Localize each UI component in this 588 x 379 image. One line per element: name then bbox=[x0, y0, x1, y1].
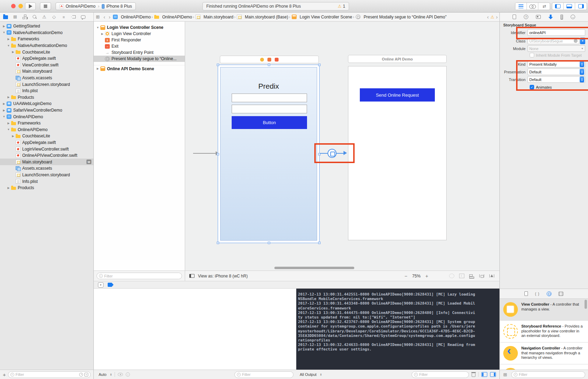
outline-filter-field[interactable]: ≡ Filter bbox=[97, 273, 182, 279]
zoom-out-button[interactable]: − bbox=[405, 273, 407, 279]
resolve-autolayout-button[interactable] bbox=[489, 274, 495, 278]
view-controller-dock-icon[interactable] bbox=[260, 58, 264, 62]
storyboard-row[interactable]: Main.storyboard bbox=[0, 68, 93, 75]
tab-project-navigator[interactable] bbox=[3, 14, 8, 19]
plist-row[interactable]: Info.plist bbox=[0, 178, 93, 185]
disclosure-triangle[interactable]: ▶ bbox=[7, 96, 10, 99]
scene-row[interactable]: ▶Online API Demo Scene bbox=[94, 65, 185, 71]
tab-symbol-navigator[interactable] bbox=[22, 14, 27, 19]
assets-row[interactable]: Assets.xcassets bbox=[0, 75, 93, 81]
recent-files-icon[interactable] bbox=[79, 373, 83, 377]
swift-row[interactable]: LoginViewController.swift bbox=[0, 146, 93, 152]
project-row[interactable]: ▶GettingStarted bbox=[0, 23, 93, 30]
variables-view[interactable] bbox=[94, 289, 296, 370]
toggle-navigator-button[interactable] bbox=[552, 3, 564, 10]
tab-attributes-inspector[interactable] bbox=[548, 15, 553, 19]
first-responder-dock-icon[interactable] bbox=[267, 58, 271, 62]
folder-row[interactable]: ▶Products bbox=[0, 185, 93, 191]
folder-row[interactable]: ▼OnlineAPIDemo bbox=[0, 127, 93, 133]
folder-row[interactable]: ▶Frameworks bbox=[0, 120, 93, 127]
disclosure-triangle[interactable]: ▼ bbox=[7, 128, 10, 131]
resize-handle[interactable] bbox=[217, 153, 219, 155]
related-items-icon[interactable]: ⊞ bbox=[96, 14, 100, 19]
library-scrollbar-thumb[interactable] bbox=[585, 300, 587, 309]
hide-debug-area-button[interactable]: ▾ bbox=[98, 282, 103, 288]
tab-identity-inspector[interactable] bbox=[536, 15, 541, 19]
exit-dock-icon[interactable] bbox=[275, 58, 279, 62]
tab-find-navigator[interactable] bbox=[32, 14, 37, 19]
transition-popup[interactable]: Default ▲▼ bbox=[528, 76, 585, 83]
resize-handle[interactable] bbox=[318, 242, 321, 244]
exit-row[interactable]: →Exit bbox=[94, 43, 185, 49]
toggle-debug-area-button[interactable] bbox=[564, 3, 575, 10]
online-scene-dock[interactable]: Online API Demo bbox=[348, 55, 447, 63]
run-button[interactable] bbox=[25, 2, 36, 10]
next-issue-button[interactable]: › bbox=[494, 14, 499, 20]
previous-issue-button[interactable]: ‹ bbox=[485, 14, 490, 20]
add-button[interactable]: + bbox=[3, 372, 6, 378]
tab-code-snippets-library[interactable]: { } bbox=[535, 292, 539, 296]
swift-row[interactable]: AppDelegate.swift bbox=[0, 139, 93, 146]
resize-handle[interactable] bbox=[268, 64, 270, 66]
login-view-controller[interactable]: Predix Button bbox=[218, 65, 320, 243]
animates-checkbox[interactable]: ✓ bbox=[530, 85, 534, 89]
project-row[interactable]: ▶SafariViewControllerDemo bbox=[0, 107, 93, 114]
tab-size-inspector[interactable] bbox=[561, 15, 563, 19]
breadcrumb-item[interactable]: Main.storyboard bbox=[195, 15, 233, 19]
resize-handle[interactable] bbox=[217, 64, 219, 66]
login-scene-dock[interactable] bbox=[220, 56, 319, 63]
class-combo-field[interactable]: UIStoryboardSegue → bbox=[528, 38, 579, 44]
disclosure-triangle[interactable]: ▶ bbox=[96, 67, 100, 70]
quicklook-eye-icon[interactable] bbox=[118, 373, 123, 376]
tab-file-inspector[interactable] bbox=[513, 15, 516, 19]
send-online-request-button[interactable]: Send Online Request bbox=[360, 88, 435, 102]
username-text-field[interactable] bbox=[232, 94, 307, 102]
breadcrumb-item[interactable]: Present Modally segue to “Online API Dem… bbox=[355, 15, 447, 19]
plist-row[interactable]: Info.plist bbox=[0, 88, 93, 94]
identifier-field[interactable]: onlineAPI bbox=[528, 29, 585, 36]
clear-console-button[interactable] bbox=[472, 373, 475, 377]
project-row[interactable]: ▼OnlineAPIDemo bbox=[0, 113, 93, 120]
segue-row[interactable]: Present Modally segue to “Online... bbox=[94, 56, 185, 62]
library-item[interactable]: Navigation Controller - A controller tha… bbox=[500, 342, 588, 364]
zoom-in-button[interactable]: + bbox=[425, 273, 428, 279]
tab-object-library[interactable] bbox=[547, 291, 552, 296]
folder-row[interactable]: ▼NativeAuthenticationDemo bbox=[0, 42, 93, 49]
tab-source-control-navigator[interactable]: ⊠ bbox=[13, 14, 18, 19]
project-row[interactable]: ▼NativeAuthenticationDemo bbox=[0, 30, 93, 36]
breadcrumb-item[interactable]: OnlineAPIDemo bbox=[112, 15, 151, 19]
disclosure-triangle[interactable]: ▶ bbox=[7, 186, 10, 190]
tab-test-navigator[interactable]: ◇ bbox=[51, 14, 57, 19]
login-root-view[interactable]: Predix Button bbox=[220, 67, 317, 241]
warning-count[interactable]: 1 bbox=[343, 4, 345, 9]
swift-row[interactable]: AppDelegate.swift bbox=[0, 55, 93, 62]
align-button[interactable] bbox=[469, 274, 474, 278]
forward-button[interactable]: › bbox=[107, 14, 112, 20]
tab-connections-inspector[interactable]: → bbox=[571, 15, 575, 19]
version-editor-button[interactable]: ⇄ bbox=[538, 3, 550, 10]
swift-row[interactable]: ViewController.swift bbox=[0, 62, 93, 68]
presentation-popup[interactable]: Default ▲▼ bbox=[528, 68, 585, 75]
disclosure-triangle[interactable]: ▶ bbox=[2, 109, 6, 112]
tab-media-library[interactable] bbox=[558, 292, 563, 296]
disclosure-triangle[interactable]: ▶ bbox=[2, 102, 6, 105]
disclosure-triangle[interactable]: ▼ bbox=[2, 31, 6, 34]
tab-breakpoint-navigator[interactable] bbox=[71, 14, 76, 19]
view-as-label[interactable]: View as: iPhone 8 (wC hR) bbox=[198, 274, 248, 279]
jump-to-class-icon[interactable]: → bbox=[574, 39, 578, 43]
tab-file-templates-library[interactable] bbox=[524, 291, 528, 296]
storyboard-canvas[interactable]: Predix Button Online API Demo Send Onlin… bbox=[185, 22, 499, 271]
login-title-label[interactable]: Predix bbox=[221, 82, 317, 90]
storyboard-row[interactable]: Main.storyboardM bbox=[0, 159, 93, 165]
source-control-status-icon[interactable]: × bbox=[84, 373, 88, 377]
view-controller-row[interactable]: ▶Login View Controller bbox=[94, 31, 185, 37]
variables-filter-field[interactable]: ≡ Filter bbox=[234, 371, 293, 378]
library-item-partial[interactable] bbox=[500, 364, 588, 370]
add-constraints-button[interactable] bbox=[479, 274, 485, 278]
scene-row[interactable]: ▼Login View Controller Scene bbox=[94, 24, 185, 31]
segue-icon[interactable] bbox=[328, 149, 337, 158]
device-bezel-icon[interactable] bbox=[189, 274, 194, 278]
stop-button[interactable] bbox=[40, 2, 51, 10]
kind-popup[interactable]: Present Modally ▲▼ bbox=[528, 61, 585, 67]
show-variables-view-toggle[interactable] bbox=[481, 372, 487, 377]
